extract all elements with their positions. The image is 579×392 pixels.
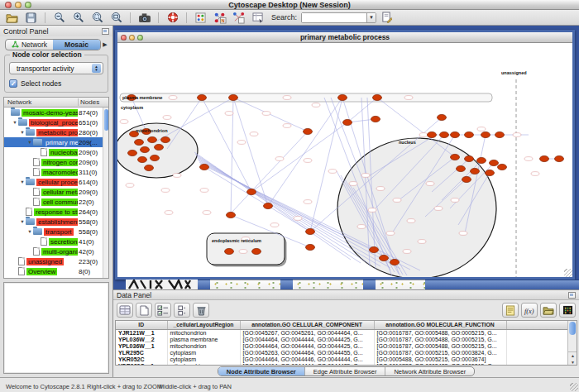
zoom-in-icon[interactable] [69,11,87,25]
table-cell[interactable]: mitochondrion [167,363,240,366]
table-cell[interactable]: [GO:0016787, GO:0005488, GO:0005215, G..… [374,343,506,350]
network-node[interactable] [486,170,495,175]
attribute-checklist-icon[interactable] [155,303,171,318]
table-cell[interactable]: [GO:0016787, GO:0005488, GO:0005215, G..… [374,363,506,366]
tree-item[interactable]: ▼metabolic process280(0) [4,127,108,137]
save-session-icon[interactable] [22,11,40,25]
tree-column-network[interactable]: Network [4,98,79,106]
network-node[interactable] [338,94,347,100]
tree-item[interactable]: ▼primary metabo209(... [4,137,108,147]
window-resize-grip[interactable] [570,383,578,391]
table-cell[interactable]: [GO:0005488, GO:0005215, GO:0003674] [374,356,506,363]
attribute-matrix-icon[interactable] [559,303,576,318]
search-dropdown-arrow-icon[interactable]: ▼ [366,13,376,22]
network-node[interactable] [481,131,490,137]
table-cell[interactable]: mitochondrion [167,343,240,350]
table-cell[interactable]: [GO:0044464, GO:0044444, GO:0044425, G..… [240,337,374,343]
tab-edge-attribute-browser[interactable]: Edge Attribute Browser [305,367,386,375]
network-node[interactable] [498,164,507,170]
tree-item[interactable]: multi-organism pro42(0) [4,246,108,256]
network-node[interactable] [225,248,234,254]
tree-item[interactable]: nitrogen compo209(0) [4,157,108,167]
delete-attribute-icon[interactable] [193,303,209,318]
table-cell[interactable]: YJR121W__1 [116,329,167,337]
network-node[interactable] [135,139,144,145]
network-view-titlebar[interactable]: primary metabolic process [117,32,572,43]
network-node[interactable] [148,136,157,142]
import-icon[interactable] [378,11,395,25]
network-node[interactable] [373,94,382,100]
network-node[interactable] [128,150,137,155]
table-column-header[interactable]: _cellularLayoutRegion [167,321,240,329]
tab-node-attribute-browser[interactable]: Node Attribute Browser [218,367,305,375]
tree-item[interactable]: mosaic-demo-yeast874(0) [4,108,108,117]
attribute-table-header[interactable]: ID_cellularLayoutRegionannotation.GO CEL… [116,321,572,329]
snapshot-icon[interactable] [136,11,153,25]
network-node[interactable] [343,119,352,125]
network-node[interactable] [495,131,505,137]
table-cell[interactable]: cytoplasm [167,350,240,356]
layout-icon[interactable] [192,11,209,25]
table-row[interactable]: YLR295Ccytoplasm[GO:0045263, GO:0044464,… [116,350,572,356]
notes-icon[interactable] [502,303,519,318]
table-row[interactable]: YPL036W__2plasma membrane[GO:0044464, GO… [116,337,572,343]
network-node[interactable] [490,160,499,165]
network-node[interactable] [462,176,471,182]
network-node[interactable] [438,114,447,120]
tree-expander-icon[interactable]: ▼ [26,229,33,234]
tree-item[interactable]: ▼biological_process651(0) [4,117,108,127]
table-cell[interactable]: [GO:0044464, GO:0044444, GO:0044425, G..… [240,343,374,350]
tree-item[interactable]: ▼transport558(0) [4,227,108,237]
background-window-fragment[interactable] [126,280,198,289]
tab-network-attribute-browser[interactable]: Network Attribute Browser [385,367,474,375]
vizmapper-node-icon[interactable]: N [211,11,228,25]
table-row[interactable]: YJR121W__1mitochondrion[GO:0045267, GO:0… [116,329,572,337]
tree-item[interactable]: unassigned223(0) [4,256,108,266]
table-column-header[interactable]: annotation.GO MOLECULAR_FUNCTION [374,321,506,329]
tree-header[interactable]: Network Nodes [4,98,108,108]
tree-expander-icon[interactable]: ▼ [19,219,26,224]
network-node[interactable] [229,94,238,100]
network-node[interactable] [380,255,389,261]
background-window-fragment[interactable] [376,280,425,289]
table-cell[interactable]: [GO:0016787, GO:0005488, GO:0005215, G..… [374,329,506,337]
table-cell[interactable]: [GO:0045263, GO:0044464, GO:0044455, G..… [240,350,374,356]
table-column-header[interactable]: annotation.GO CELLULAR_COMPONENT [240,321,374,329]
help-icon[interactable] [164,11,181,25]
select-nodes-checkbox[interactable]: ✓ [9,79,17,88]
open-file-icon[interactable] [3,11,21,25]
network-node[interactable] [200,164,209,170]
network-node[interactable] [247,189,256,194]
function-builder-icon[interactable]: f(x) [521,303,538,318]
background-window-fragment[interactable] [425,280,579,289]
network-node[interactable] [477,157,486,163]
tree-scrollbar[interactable] [103,108,108,278]
tree-item[interactable]: ▼cellular process614(0) [4,177,108,187]
background-window-fragment[interactable] [210,280,280,289]
tab-overflow-arrow-icon[interactable]: ▶ [101,41,109,48]
table-cell[interactable]: [GO:0016787, GO:0005488, GO:0005215, G..… [374,337,506,343]
table-cell[interactable]: [GO:0045267, GO:0045261, GO:0044464, G..… [240,329,374,337]
network-node[interactable] [155,144,164,150]
tree-item[interactable]: cellular metabo209(0) [4,187,108,197]
attribute-browser-icon[interactable] [249,11,266,25]
tree-item[interactable]: ▼establishment of lo558(0) [4,217,108,227]
network-node[interactable] [252,248,261,254]
tree-item[interactable]: nucleobase-209(0) [4,147,108,157]
network-node[interactable] [440,131,449,137]
tab-mosaic[interactable]: Mosaic [53,40,100,50]
tree-item[interactable]: macromolecule311(0) [4,167,108,177]
table-cell[interactable]: [GO:0044464, GO:0044446, GO:0044444, G..… [240,356,374,363]
network-node[interactable] [304,128,313,134]
node-color-attribute-select[interactable]: transporter activity ▲▼ [9,62,103,74]
table-cell[interactable]: YKR052C [116,356,167,363]
network-node[interactable] [145,165,154,170]
background-window-fragment[interactable] [363,280,376,289]
table-cell[interactable]: mitochondrion [167,329,240,337]
table-cell[interactable]: [GO:0044464, GO:0044444, GO:0044425, G..… [240,363,374,366]
network-node[interactable] [141,146,150,152]
float-data-panel-icon[interactable] [568,292,576,299]
table-cell[interactable]: YPL036W__1 [116,343,167,350]
tree-item[interactable]: response to stimul264(0) [4,207,108,217]
network-node[interactable] [451,154,460,160]
